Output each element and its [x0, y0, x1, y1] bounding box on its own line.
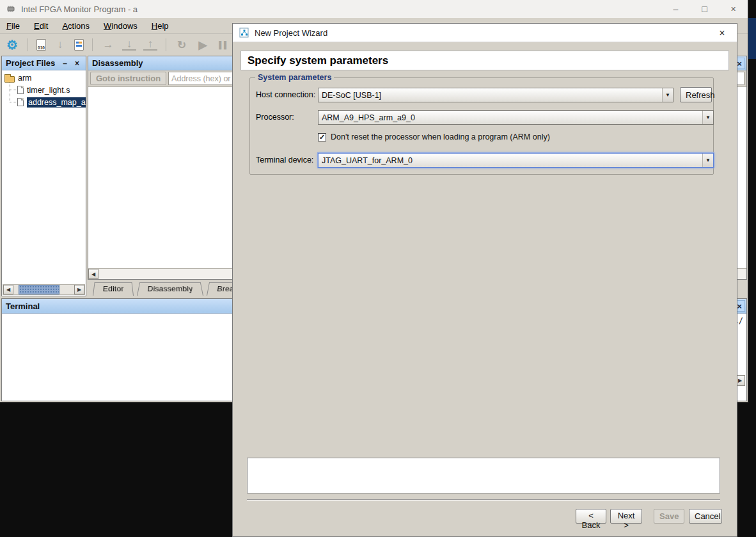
tree-folder-arm[interactable]: arm — [4, 72, 86, 84]
project-files-panel: Project Files – × arm timer_light.s — [1, 56, 86, 296]
chevron-down-icon[interactable]: ▼ — [662, 88, 673, 102]
disassembly-title: Disassembly — [92, 58, 143, 68]
dialog-titlebar[interactable]: New Project Wizard × — [233, 24, 737, 42]
tree-file-address-map[interactable]: address_map_arm — [10, 96, 86, 108]
menu-edit[interactable]: Edit — [34, 21, 48, 31]
file-icon — [17, 86, 24, 94]
load-program-icon[interactable]: ↓ — [122, 39, 136, 51]
pause-icon[interactable]: ▌▌ — [217, 38, 231, 52]
screen: There is NOCULAR PURPOSE. ARG CASE THIN … — [0, 0, 756, 537]
menu-windows[interactable]: Windows — [104, 21, 138, 31]
toolbar-separator — [166, 38, 166, 51]
toolbar-separator — [28, 38, 28, 51]
menu-actions[interactable]: Actions — [62, 21, 90, 31]
panel-minimize-icon[interactable]: – — [60, 58, 70, 68]
project-files-title: Project Files — [6, 58, 55, 68]
scrollbar-thumb[interactable] — [19, 285, 59, 294]
processor-label: Processor: — [256, 113, 294, 122]
dialog-heading: Specify system parameters — [248, 54, 388, 67]
folder-label: arm — [18, 74, 32, 83]
wizard-message-area[interactable] — [247, 458, 720, 493]
download-arrow-icon[interactable]: ↓ — [53, 38, 67, 52]
chip-icon — [6, 4, 16, 14]
wizard-icon — [239, 28, 249, 38]
dialog-separator — [247, 499, 720, 501]
window-titlebar[interactable]: Intel FPGA Monitor Program - a – □ × — [0, 0, 748, 18]
chevron-down-icon[interactable]: ▼ — [702, 154, 713, 167]
minimize-button[interactable]: – — [661, 0, 690, 18]
scroll-left-icon[interactable]: ◀ — [88, 269, 98, 279]
processor-value: ARM_A9_HPS_arm_a9_0 — [322, 113, 415, 122]
close-button[interactable]: × — [719, 0, 748, 18]
dialog-title: New Project Wizard — [255, 28, 327, 38]
binary-file-icon[interactable]: 010 — [36, 39, 46, 51]
panel-close-icon[interactable]: × — [72, 58, 82, 68]
project-files-tree: arm timer_light.s address_map_arm — [2, 70, 86, 284]
system-parameters-group: System parameters Host connection: DE-So… — [249, 77, 714, 175]
save-button[interactable]: Save — [654, 509, 684, 524]
next-button[interactable]: Next > — [610, 509, 642, 524]
project-files-hscrollbar[interactable]: ◀ ▶ — [3, 284, 85, 295]
cancel-button[interactable]: Cancel — [689, 509, 722, 524]
scroll-right-icon[interactable]: ▶ — [74, 285, 84, 294]
maximize-button[interactable]: □ — [690, 0, 719, 18]
new-project-wizard-dialog: New Project Wizard × Specify system para… — [232, 23, 737, 537]
refresh-button[interactable]: Refresh — [680, 87, 712, 102]
restart-icon[interactable]: ↻ — [175, 38, 189, 52]
terminal-device-value: JTAG_UART_for_ARM_0 — [322, 156, 413, 165]
menu-help[interactable]: Help — [152, 21, 169, 31]
terminal-device-dropdown[interactable]: JTAG_UART_for_ARM_0 ▼ — [318, 153, 714, 168]
toolbar-separator — [92, 38, 93, 51]
upload-icon[interactable]: ↑ — [143, 39, 157, 51]
tab-editor[interactable]: Editor — [93, 282, 134, 296]
dont-reset-checkbox[interactable]: ✓ — [318, 133, 326, 141]
goto-instruction-button[interactable]: Goto instruction — [90, 72, 166, 85]
dont-reset-checkbox-row: ✓ Don't reset the processor when loading… — [318, 132, 550, 141]
host-connection-value: DE-SoC [USB-1] — [322, 91, 381, 100]
window-title: Intel FPGA Monitor Program - a — [21, 4, 138, 14]
file-label: address_map_arm — [27, 97, 86, 108]
continue-icon[interactable]: ▶ — [196, 38, 210, 52]
group-label: System parameters — [255, 73, 334, 82]
terminal-title: Terminal — [6, 301, 40, 311]
back-button[interactable]: < Back — [576, 509, 606, 524]
scroll-left-icon[interactable]: ◀ — [3, 285, 13, 294]
dialog-heading-box: Specify system parameters — [240, 51, 729, 70]
host-connection-dropdown[interactable]: DE-SoC [USB-1] ▼ — [318, 88, 673, 102]
processor-dropdown[interactable]: ARM_A9_HPS_arm_a9_0 ▼ — [318, 110, 714, 125]
dont-reset-label: Don't reset the processor when loading a… — [331, 132, 550, 141]
folder-icon — [4, 76, 15, 83]
tree-file-timer-light[interactable]: timer_light.s — [10, 84, 86, 96]
connect-arrow-icon[interactable]: → — [101, 38, 115, 52]
file-label: timer_light.s — [27, 86, 70, 95]
project-files-header[interactable]: Project Files – × — [2, 56, 86, 70]
menu-file[interactable]: File — [6, 21, 20, 31]
settings-gear-icon[interactable]: ⚙ — [5, 38, 19, 52]
host-connection-label: Host connection: — [256, 90, 315, 99]
tab-disassembly[interactable]: Disassembly — [137, 282, 203, 296]
file-icon — [17, 98, 24, 106]
assemble-file-icon[interactable] — [74, 39, 84, 51]
dialog-close-icon[interactable]: × — [711, 24, 733, 42]
terminal-device-label: Terminal device: — [256, 156, 313, 164]
chevron-down-icon[interactable]: ▼ — [702, 111, 713, 124]
